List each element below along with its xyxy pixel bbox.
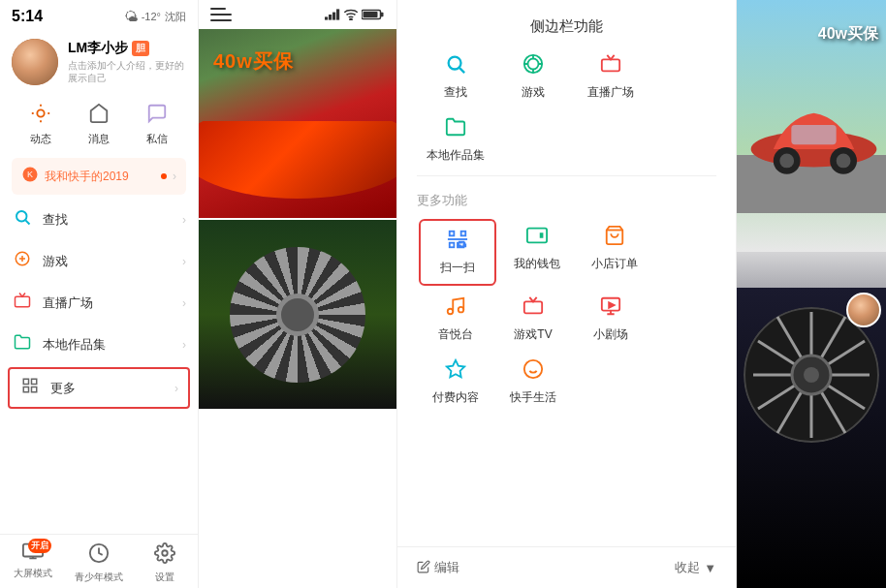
svg-rect-29 [450,243,455,248]
svg-rect-14 [325,16,328,19]
highlight-dot [161,173,167,179]
wheel-image [230,247,365,383]
svg-point-18 [350,18,352,20]
far-right-bg: 40w买保 [737,0,886,588]
local-label: 本地作品集 [43,336,173,354]
sidebar-item-live[interactable]: 直播广场 [572,46,649,108]
bottom-big-screen[interactable]: 开启 大屏模式 [0,542,66,584]
menu-item-live[interactable]: 直播广场 › [0,282,198,324]
scan-label: 扫一扫 [440,260,475,276]
highlight-menu-item[interactable]: K 我和快手的2019 › [12,158,186,195]
weather-city: 沈阳 [165,10,186,24]
wallet-icon [526,225,548,250]
user-desc: 点击添加个人介绍，更好的展示自己 [68,59,186,84]
edit-button[interactable]: 编辑 [417,559,459,576]
svg-rect-44 [791,125,836,144]
svg-rect-21 [364,12,378,17]
settings-icon [154,542,175,569]
more-arrow: › [174,382,178,395]
mini-drama-icon [600,295,621,321]
live-label: 直播广场 [43,294,173,312]
live-grid-label: 直播广场 [587,84,634,101]
dm-icon [146,103,168,129]
menu-list: 查找 › 游戏 › 直播广场 › [0,199,198,534]
right-sidebar-expanded: 侧边栏功能 查找 [397,0,737,588]
menu-item-more[interactable]: 更多 › [8,367,190,409]
hamburger-line-3 [210,19,232,21]
svg-point-43 [837,154,851,169]
svg-rect-8 [32,379,37,384]
shop-icon [604,225,625,250]
avatar [12,39,58,85]
video-thumb-1[interactable]: 40w买保 [199,29,396,218]
more-icon [19,377,41,399]
user-tag: 胆 [132,41,149,56]
collapse-button[interactable]: 收起 ▼ [675,559,716,576]
paid-label: 付费内容 [432,389,479,406]
far-right-panel: 40w买保 [737,0,886,588]
menu-item-search[interactable]: 查找 › [0,199,198,240]
svg-point-32 [459,307,464,313]
video-thumb-2[interactable] [199,220,396,409]
search-grid-icon [445,53,466,78]
sidebar-item-kuaishou-life[interactable]: 快手生活 [494,351,572,414]
sidebar-footer: 编辑 收起 ▼ [397,546,736,588]
svg-point-25 [528,59,539,70]
edit-label: 编辑 [434,559,459,576]
svg-rect-26 [602,59,619,71]
sidebar-item-search[interactable]: 查找 [417,46,494,108]
menu-item-local[interactable]: 本地作品集 › [0,324,198,365]
local-icon [12,333,33,356]
weather-temp: -12° [142,11,161,22]
section-divider [417,175,716,176]
live-grid-icon [600,53,621,78]
search-icon [12,208,33,231]
svg-rect-10 [32,387,37,392]
sidebar-item-local[interactable]: 本地作品集 [417,108,494,171]
svg-marker-35 [609,302,615,308]
svg-point-0 [37,109,44,116]
search-grid-label: 查找 [444,84,467,101]
scan-icon [447,229,468,254]
user-profile[interactable]: LM李小步 胆 点击添加个人介绍，更好的展示自己 [0,29,198,95]
svg-rect-9 [23,387,28,392]
middle-video-panel: 40w买保 [199,0,397,588]
svg-rect-17 [336,9,339,19]
sidebar-item-audio[interactable]: 音悦台 [417,288,494,351]
quick-action-dynamic[interactable]: 动态 [12,103,70,146]
sidebar-top-section: 查找 游戏 直播广 [397,46,736,171]
sidebar-title: 侧边栏功能 [397,0,736,46]
menu-item-games[interactable]: 游戏 › [0,240,198,282]
signal-icons [325,9,385,20]
search-label: 查找 [43,211,173,229]
bottom-settings[interactable]: 设置 [132,542,198,584]
big-screen-badge: 开启 [28,539,51,553]
more-grid-row-1: 扫一扫 我的钱包 [417,217,716,288]
sidebar-item-paid[interactable]: 付费内容 [417,351,494,414]
svg-point-13 [162,550,168,556]
more-label: 更多 [50,380,165,397]
sidebar-more-section: 更多功能 扫一扫 [397,180,736,414]
hamburger-menu[interactable] [210,8,232,21]
svg-rect-33 [524,301,542,313]
bottom-teen-mode[interactable]: 青少年模式 [66,542,132,584]
hamburger-line-2 [210,14,232,15]
mini-drama-label: 小剧场 [593,326,628,343]
quick-action-dm[interactable]: 私信 [128,103,186,146]
sidebar-item-game-tv[interactable]: 游戏TV [494,288,572,351]
local-grid-icon [445,116,466,141]
paid-icon [445,358,466,384]
sidebar-item-games[interactable]: 游戏 [494,46,572,108]
sidebar-item-shop[interactable]: 小店订单 [576,217,653,288]
car-section [737,39,886,213]
edit-icon [417,560,430,576]
svg-line-23 [459,68,464,73]
sidebar-item-wallet[interactable]: 我的钱包 [498,217,576,288]
sidebar-item-mini-drama[interactable]: 小剧场 [572,288,649,351]
svg-point-31 [448,309,454,315]
quick-action-message[interactable]: 消息 [70,103,128,146]
games-grid-label: 游戏 [522,84,545,101]
sidebar-item-scan[interactable]: 扫一扫 [419,219,496,286]
battery-icon [362,9,385,20]
svg-text:K: K [27,170,33,179]
